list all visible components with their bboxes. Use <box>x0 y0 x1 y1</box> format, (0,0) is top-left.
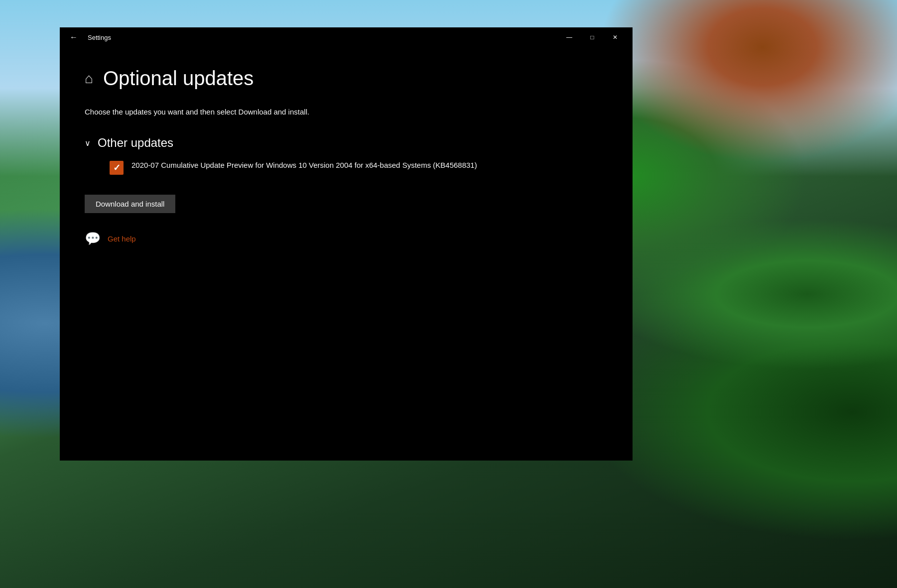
close-icon: ✕ <box>613 34 618 41</box>
section-header: ∨ Other updates <box>85 136 608 150</box>
settings-window: ← Settings — □ ✕ ⌂ Optional updates Choo… <box>60 27 633 461</box>
close-button[interactable]: ✕ <box>604 27 627 47</box>
maximize-icon: □ <box>590 34 594 41</box>
checkmark-icon: ✓ <box>113 163 121 172</box>
home-icon: ⌂ <box>85 71 93 87</box>
other-updates-section: ∨ Other updates ✓ 2020-07 Cumulative Upd… <box>85 136 608 175</box>
chevron-down-icon: ∨ <box>85 138 91 148</box>
checkbox-wrapper: ✓ <box>110 161 124 175</box>
download-install-label: Download and install <box>96 200 164 208</box>
download-install-button[interactable]: Download and install <box>85 195 175 213</box>
get-help-section: 💬 Get help <box>85 231 608 246</box>
minimize-icon: — <box>566 34 572 41</box>
get-help-link[interactable]: Get help <box>108 235 136 243</box>
page-description: Choose the updates you want and then sel… <box>85 108 608 116</box>
titlebar: ← Settings — □ ✕ <box>60 27 633 47</box>
titlebar-title: Settings <box>88 34 558 41</box>
page-title: Optional updates <box>103 67 254 90</box>
page-header: ⌂ Optional updates <box>85 67 608 90</box>
section-title: Other updates <box>98 136 173 150</box>
maximize-button[interactable]: □ <box>581 27 604 47</box>
titlebar-controls: — □ ✕ <box>558 27 627 47</box>
content-area: ⌂ Optional updates Choose the updates yo… <box>60 47 633 461</box>
back-button[interactable]: ← <box>66 31 82 44</box>
help-chat-icon: 💬 <box>85 231 101 246</box>
update-description: 2020-07 Cumulative Update Preview for Wi… <box>131 160 477 171</box>
minimize-button[interactable]: — <box>558 27 581 47</box>
update-checkbox[interactable]: ✓ <box>110 161 124 175</box>
update-item: ✓ 2020-07 Cumulative Update Preview for … <box>85 160 608 175</box>
back-icon: ← <box>70 33 78 42</box>
